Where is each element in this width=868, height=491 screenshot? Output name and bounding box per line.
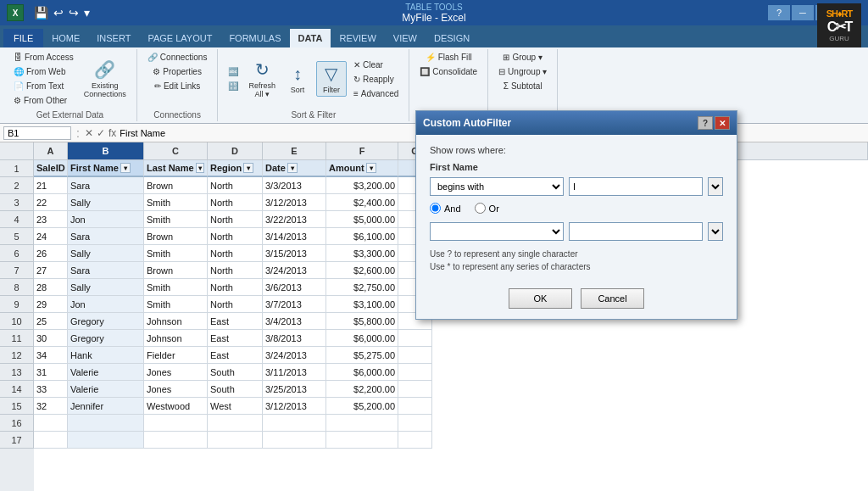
ok-button[interactable]: OK: [509, 288, 572, 309]
connections-btn[interactable]: 🔗Connections: [144, 51, 211, 64]
cell-b9[interactable]: Jon: [68, 296, 144, 313]
tab-formulas[interactable]: FORMULAS: [220, 29, 289, 47]
cell-c8[interactable]: Smith: [144, 279, 208, 296]
tab-file[interactable]: FILE: [3, 29, 43, 47]
from-other-btn[interactable]: ⚙ From Other: [10, 94, 77, 107]
cell-b5[interactable]: Sara: [68, 228, 144, 245]
row-header-2[interactable]: 2: [0, 177, 34, 194]
cell-e8[interactable]: 3/6/2013: [263, 279, 326, 296]
cell-d15[interactable]: West: [208, 398, 263, 415]
cell-c6[interactable]: Smith: [144, 245, 208, 262]
ungroup-btn[interactable]: ⊟Ungroup ▾: [495, 65, 550, 78]
row-header-12[interactable]: 12: [0, 347, 34, 364]
cell-a10[interactable]: 25: [34, 313, 68, 330]
custom-autofilter-dialog[interactable]: Custom AutoFilter ? ✕ Show rows where: F…: [415, 110, 737, 320]
reapply-btn[interactable]: ↻Reapply: [350, 73, 402, 86]
tab-data[interactable]: DATA: [290, 29, 331, 47]
cell-a3[interactable]: 22: [34, 194, 68, 211]
cell-a8[interactable]: 28: [34, 279, 68, 296]
cell-a14[interactable]: 33: [34, 381, 68, 398]
cell-f12[interactable]: $5,275.00: [326, 347, 398, 364]
cell-a12[interactable]: 34: [34, 347, 68, 364]
row-header-8[interactable]: 8: [0, 279, 34, 296]
cell-d5[interactable]: North: [208, 228, 263, 245]
cell-e10[interactable]: 3/4/2013: [263, 313, 326, 330]
cell-a9[interactable]: 29: [34, 296, 68, 313]
existing-connections-btn[interactable]: 🔗 ExistingConnections: [81, 58, 130, 100]
properties-btn[interactable]: ⚙Properties: [149, 65, 205, 78]
cell-b1[interactable]: First Name ▾: [68, 160, 144, 177]
cell-d8[interactable]: North: [208, 279, 263, 296]
cell-e4[interactable]: 3/22/2013: [263, 211, 326, 228]
condition1-value-dropdown[interactable]: [708, 177, 723, 196]
row-header-7[interactable]: 7: [0, 262, 34, 279]
save-qat-btn[interactable]: 💾: [32, 6, 50, 20]
name-box[interactable]: [3, 126, 71, 140]
cell-c11[interactable]: Johnson: [144, 330, 208, 347]
cell-f4[interactable]: $5,000.00: [326, 211, 398, 228]
cell-c1[interactable]: Last Name ▾: [144, 160, 208, 177]
flash-fill-btn[interactable]: ⚡Flash Fill: [422, 51, 476, 64]
col-header-a[interactable]: A: [34, 142, 68, 159]
cell-f13[interactable]: $6,000.00: [326, 364, 398, 381]
edit-links-btn[interactable]: ✏Edit Links: [151, 80, 203, 92]
condition2-value-dropdown[interactable]: [708, 222, 723, 241]
cell-c4[interactable]: Smith: [144, 211, 208, 228]
cell-d4[interactable]: North: [208, 211, 263, 228]
cell-e13[interactable]: 3/11/2013: [263, 364, 326, 381]
filter-amount[interactable]: ▾: [366, 163, 376, 173]
filter-btn[interactable]: ▽ Filter: [316, 61, 347, 97]
cell-b7[interactable]: Sara: [68, 262, 144, 279]
row-header-1[interactable]: 1: [0, 160, 34, 177]
cell-b16[interactable]: [68, 415, 144, 432]
cell-d6[interactable]: North: [208, 245, 263, 262]
subtotal-btn[interactable]: ΣSubtotal: [500, 80, 546, 92]
cell-a6[interactable]: 26: [34, 245, 68, 262]
cell-b17[interactable]: [68, 432, 144, 449]
cell-c3[interactable]: Smith: [144, 194, 208, 211]
modal-help-btn[interactable]: ?: [698, 116, 713, 130]
cell-f6[interactable]: $3,300.00: [326, 245, 398, 262]
cell-b14[interactable]: Valerie: [68, 381, 144, 398]
cell-c16[interactable]: [144, 415, 208, 432]
cell-d11[interactable]: East: [208, 330, 263, 347]
insert-function-icon[interactable]: fx: [108, 127, 116, 139]
modal-close-btn[interactable]: ✕: [715, 116, 730, 130]
cell-c7[interactable]: Brown: [144, 262, 208, 279]
cell-c13[interactable]: Jones: [144, 364, 208, 381]
cell-d17[interactable]: [208, 432, 263, 449]
cell-f16[interactable]: [326, 415, 398, 432]
row-header-16[interactable]: 16: [0, 415, 34, 432]
cell-e3[interactable]: 3/12/2013: [263, 194, 326, 211]
cell-c5[interactable]: Brown: [144, 228, 208, 245]
cell-f15[interactable]: $5,200.00: [326, 398, 398, 415]
tab-design[interactable]: DESIGN: [426, 29, 478, 47]
clear-btn[interactable]: ✕Clear: [350, 59, 402, 71]
cell-d9[interactable]: North: [208, 296, 263, 313]
from-access-btn[interactable]: 🗄 From Access: [10, 51, 77, 64]
row-header-13[interactable]: 13: [0, 364, 34, 381]
cell-b10[interactable]: Gregory: [68, 313, 144, 330]
condition1-value[interactable]: [569, 177, 703, 196]
cell-f2[interactable]: $3,200.00: [326, 177, 398, 194]
cell-c9[interactable]: Smith: [144, 296, 208, 313]
cell-f11[interactable]: $6,000.00: [326, 330, 398, 347]
filter-region[interactable]: ▾: [243, 163, 253, 173]
from-text-btn[interactable]: 📄 From Text: [10, 80, 77, 92]
cell-a5[interactable]: 24: [34, 228, 68, 245]
cell-d7[interactable]: North: [208, 262, 263, 279]
undo-qat-btn[interactable]: ↩: [52, 6, 65, 20]
row-header-5[interactable]: 5: [0, 228, 34, 245]
cell-d14[interactable]: South: [208, 381, 263, 398]
cell-f17[interactable]: [326, 432, 398, 449]
cell-d1[interactable]: Region ▾: [208, 160, 263, 177]
cell-f8[interactable]: $2,750.00: [326, 279, 398, 296]
cell-a1[interactable]: SaleID ▾: [34, 160, 68, 177]
cancel-formula-icon[interactable]: ✕: [85, 127, 93, 139]
cell-e11[interactable]: 3/8/2013: [263, 330, 326, 347]
cell-b13[interactable]: Valerie: [68, 364, 144, 381]
row-header-15[interactable]: 15: [0, 398, 34, 415]
cell-d13[interactable]: South: [208, 364, 263, 381]
group-btn[interactable]: ⊞Group ▾: [499, 51, 546, 64]
cell-b4[interactable]: Jon: [68, 211, 144, 228]
